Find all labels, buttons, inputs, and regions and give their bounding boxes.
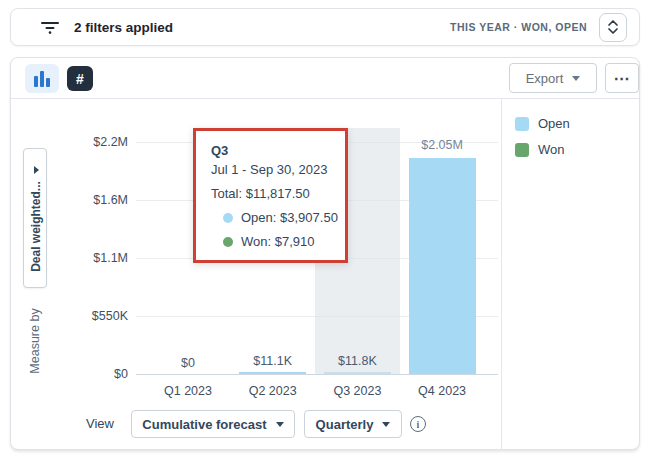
tooltip-date-range: Jul 1 - Sep 30, 2023 — [211, 162, 345, 177]
tooltip-title: Q3 — [211, 143, 345, 158]
series-dot-icon — [223, 213, 233, 223]
y-axis-tick-label: $0 — [114, 367, 128, 381]
filters-applied-label: 2 filters applied — [74, 20, 173, 35]
bar-value-label: $0 — [148, 356, 228, 370]
x-axis-label: Q2 2023 — [231, 384, 315, 398]
legend-item-label: Open — [538, 116, 570, 131]
forecast-type-dropdown-label: Cumulative forecast — [142, 417, 266, 432]
series-dot-icon — [223, 237, 233, 247]
chevron-down-icon — [382, 422, 390, 427]
period-dropdown-label: Quarterly — [316, 417, 374, 432]
y-axis-tick-label: $2.2M — [93, 135, 128, 149]
x-axis-label: Q3 2023 — [315, 384, 399, 398]
filter-icon — [39, 19, 61, 36]
gridline — [136, 374, 498, 375]
x-axis-label: Q4 2023 — [400, 384, 484, 398]
legend-item-label: Won — [538, 142, 565, 157]
chevron-down-icon — [34, 166, 39, 174]
y-axis-tick-label: $1.6M — [93, 193, 128, 207]
filter-expand-button[interactable] — [599, 13, 627, 42]
more-options-button[interactable]: ⋯ — [605, 63, 639, 93]
bar-q2-2023[interactable] — [239, 372, 306, 374]
y-axis-tick-label: $550K — [92, 309, 128, 323]
period-dropdown[interactable]: Quarterly — [304, 410, 402, 438]
tooltip-series-row: Open: $3,907.50 — [223, 210, 345, 225]
x-axis-label: Q1 2023 — [146, 384, 230, 398]
legend-swatch — [515, 143, 529, 157]
info-icon[interactable]: i — [410, 416, 426, 432]
tooltip-series-label: Open: $3,907.50 — [241, 210, 338, 225]
bar-q4-2023[interactable] — [409, 158, 476, 374]
legend-swatch — [515, 117, 529, 131]
legend-item: Open — [515, 116, 570, 131]
chevron-down-icon — [276, 422, 284, 427]
measure-by-dropdown[interactable]: Deal weighted... — [23, 148, 47, 288]
filter-summary-text: THIS YEAR · WON, OPEN — [450, 21, 587, 33]
chevron-down-icon — [572, 76, 580, 81]
bar-chart-icon — [34, 76, 38, 87]
filter-bar: 2 filters applied THIS YEAR · WON, OPEN — [10, 8, 640, 46]
toolbar-divider — [11, 98, 639, 99]
bar-value-label: $11.1K — [233, 354, 313, 368]
y-axis-tick-label: $1.1M — [93, 251, 128, 265]
export-button[interactable]: Export — [509, 63, 597, 93]
numeric-view-button[interactable]: # — [67, 66, 93, 91]
forecast-type-dropdown[interactable]: Cumulative forecast — [131, 410, 295, 438]
tooltip-series-row: Won: $7,910 — [223, 234, 345, 249]
bar-value-label: $2.05M — [402, 138, 482, 152]
chart-tooltip: Q3 Jul 1 - Sep 30, 2023 Total: $11,817.5… — [193, 128, 348, 263]
legend-item: Won — [515, 142, 570, 157]
forecast-widget: 2 filters applied THIS YEAR · WON, OPEN … — [0, 0, 650, 457]
bar-chart-view-button[interactable] — [25, 64, 59, 93]
chart-legend: OpenWon — [515, 116, 570, 157]
legend-divider — [501, 99, 502, 450]
tooltip-series-label: Won: $7,910 — [241, 234, 314, 249]
export-label: Export — [526, 71, 564, 86]
bar-value-label: $11.8K — [317, 354, 397, 368]
view-label: View — [86, 416, 114, 431]
expand-collapse-icon — [607, 19, 619, 35]
tooltip-total: Total: $11,817.50 — [211, 186, 345, 201]
measure-by-dropdown-label: Deal weighted... — [29, 181, 43, 272]
tooltip-items: Open: $3,907.50Won: $7,910 — [211, 210, 345, 249]
measure-by-axis-label: Measure by — [23, 286, 47, 396]
